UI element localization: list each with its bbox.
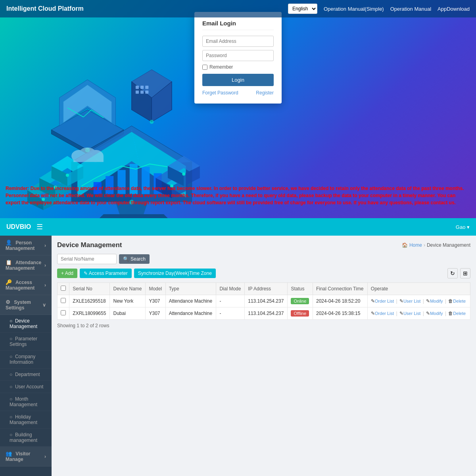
- access-parameter-button[interactable]: ✎ Access Parameter: [80, 269, 132, 278]
- op-manual-link[interactable]: Operation Manual: [390, 6, 431, 12]
- circle-icon-6: ○: [10, 396, 12, 402]
- language-select[interactable]: English: [288, 4, 317, 14]
- cell-dial-mode: -: [216, 307, 245, 320]
- op-sep-2: |: [423, 311, 424, 316]
- row-checkbox[interactable]: [61, 310, 66, 315]
- col-status: Status: [288, 283, 313, 295]
- sidebar-item-visitor-manage[interactable]: 👥 Visitor Manage ›: [0, 447, 52, 466]
- delete-link[interactable]: Delete: [453, 299, 466, 303]
- chevron-right-icon-3: ›: [44, 282, 46, 288]
- sidebar-item-access-mgmt[interactable]: 🔑 Access Management ›: [0, 275, 52, 295]
- refresh-icon: ↻: [450, 270, 455, 276]
- remember-row: Remember: [202, 64, 274, 70]
- breadcrumb-current: Device Management: [427, 242, 470, 248]
- search-bar: 🔍 Search: [57, 254, 470, 264]
- cell-status: Offline: [288, 307, 313, 320]
- login-button[interactable]: Login: [202, 74, 274, 86]
- main-content: Device Management 🏠 Home › Device Manage…: [52, 236, 476, 476]
- add-button[interactable]: + Add: [57, 269, 77, 278]
- cell-device-name: New York: [110, 295, 146, 307]
- cell-status: Online: [288, 295, 313, 307]
- svg-rect-11: [136, 86, 139, 89]
- reminder-text: Reminder: Due to the increasing amount o…: [0, 185, 476, 206]
- op-manual-simple-link[interactable]: Operation Manual(Simple): [324, 6, 384, 12]
- sidebar-item-system-settings[interactable]: ⚙ System Settings ∨: [0, 295, 52, 315]
- forget-password-link[interactable]: Forget Password: [202, 90, 238, 96]
- email-input[interactable]: [202, 36, 274, 47]
- person-icon: 👤: [6, 240, 12, 246]
- sidebar-system-label: ⚙ System Settings: [6, 299, 42, 311]
- sidebar-sub-company-info[interactable]: ○ Company Information: [0, 351, 52, 369]
- refresh-button[interactable]: ↻: [447, 268, 458, 278]
- sidebar-sub-month-mgmt[interactable]: ○ Month Management: [0, 393, 52, 411]
- col-dial-mode: Dial Mode: [216, 283, 245, 295]
- chevron-right-icon-4: ›: [44, 454, 46, 459]
- chevron-right-icon-2: ›: [44, 263, 46, 268]
- action-bar: + Add ✎ Access Parameter Synchronize Day…: [57, 268, 470, 278]
- cell-final-time: 2024-04-26 15:38:15: [313, 307, 367, 320]
- cell-ip-address: 113.104.254.237: [245, 307, 288, 320]
- page-header: Device Management 🏠 Home › Device Manage…: [57, 241, 470, 249]
- sync-button[interactable]: Synchronize Day(Week)Time Zone: [134, 269, 216, 278]
- status-badge: Offline: [291, 310, 309, 317]
- sidebar-sub-parameter-settings[interactable]: ○ Parameter Settings: [0, 333, 52, 351]
- status-badge: Online: [291, 298, 309, 304]
- edit-icon-3: ✎: [426, 298, 430, 304]
- op-sep-3: |: [445, 311, 446, 316]
- header-nav: English Operation Manual(Simple) Operati…: [288, 4, 470, 14]
- dashboard-section: UDVBIO ☰ Gao ▾ 👤 Person Management › 📋 A…: [0, 218, 476, 476]
- dash-nav-icons: Gao ▾: [456, 224, 470, 230]
- sidebar-sub-user-account[interactable]: ○ User Account: [0, 381, 52, 393]
- cell-final-time: 2024-04-26 18:52:20: [313, 295, 367, 307]
- cell-operate: ✎Order List | ✎User List | ✎Modify | 🗑De…: [367, 295, 470, 307]
- user-list-link[interactable]: User List: [403, 299, 420, 303]
- visitor-icon: 👥: [6, 451, 12, 457]
- sidebar-item-person-mgmt[interactable]: 👤 Person Management ›: [0, 236, 52, 255]
- remember-checkbox[interactable]: [202, 65, 207, 70]
- login-card-title: Email Login: [202, 20, 274, 30]
- modify-link[interactable]: Modify: [430, 311, 443, 316]
- trash-icon: 🗑: [448, 298, 453, 304]
- user-list-link[interactable]: User List: [403, 311, 420, 316]
- register-link[interactable]: Register: [256, 90, 274, 96]
- select-all-checkbox[interactable]: [61, 286, 66, 291]
- search-button[interactable]: 🔍 Search: [119, 254, 150, 264]
- dash-body: 👤 Person Management › 📋 Attendance Manag…: [0, 236, 476, 476]
- circle-icon: ○: [10, 318, 12, 324]
- hamburger-button[interactable]: ☰: [36, 223, 43, 231]
- circle-icon-4: ○: [10, 372, 12, 377]
- svg-rect-14: [136, 90, 139, 94]
- sidebar-sub-holiday-mgmt[interactable]: ○ Holiday Management: [0, 411, 52, 429]
- sidebar-sub-building-mgmt[interactable]: ○ Building management: [0, 429, 52, 447]
- cell-dial-mode: -: [216, 295, 245, 307]
- order-list-link[interactable]: Order List: [375, 299, 394, 303]
- password-input[interactable]: [202, 50, 274, 61]
- breadcrumb-home[interactable]: Home: [409, 242, 422, 248]
- app-download-link[interactable]: AppDownload: [438, 6, 470, 12]
- op-sep-3: |: [445, 298, 446, 304]
- row-num: [58, 307, 69, 320]
- sidebar-sub-device-mgmt[interactable]: ○ Device Management: [0, 315, 52, 333]
- breadcrumb: 🏠 Home › Device Management: [402, 242, 470, 248]
- order-list-link[interactable]: Order List: [375, 311, 394, 316]
- edit-icon-2: ✎: [399, 311, 403, 316]
- columns-button[interactable]: ⊞: [460, 268, 470, 278]
- search-input[interactable]: [57, 254, 117, 264]
- svg-rect-16: [145, 90, 148, 94]
- svg-rect-12: [140, 86, 144, 89]
- col-final-time: Final Connection Time: [313, 283, 367, 295]
- sidebar-item-attendance-mgmt[interactable]: 📋 Attendance Management ›: [0, 255, 52, 275]
- circle-icon-2: ○: [10, 336, 12, 342]
- sidebar-sub-department[interactable]: ○ Department: [0, 369, 52, 381]
- dash-user[interactable]: Gao ▾: [456, 224, 470, 230]
- col-checkbox: [58, 283, 69, 295]
- gear-icon: ⚙: [6, 299, 10, 305]
- delete-link[interactable]: Delete: [453, 311, 466, 316]
- modify-link[interactable]: Modify: [430, 299, 443, 303]
- edit-icon: ✎: [371, 311, 375, 316]
- col-serial-no: Serial No: [69, 283, 110, 295]
- circle-icon-3: ○: [10, 354, 12, 359]
- circle-icon-7: ○: [10, 414, 12, 420]
- row-checkbox[interactable]: [61, 298, 66, 303]
- svg-rect-57: [73, 156, 104, 162]
